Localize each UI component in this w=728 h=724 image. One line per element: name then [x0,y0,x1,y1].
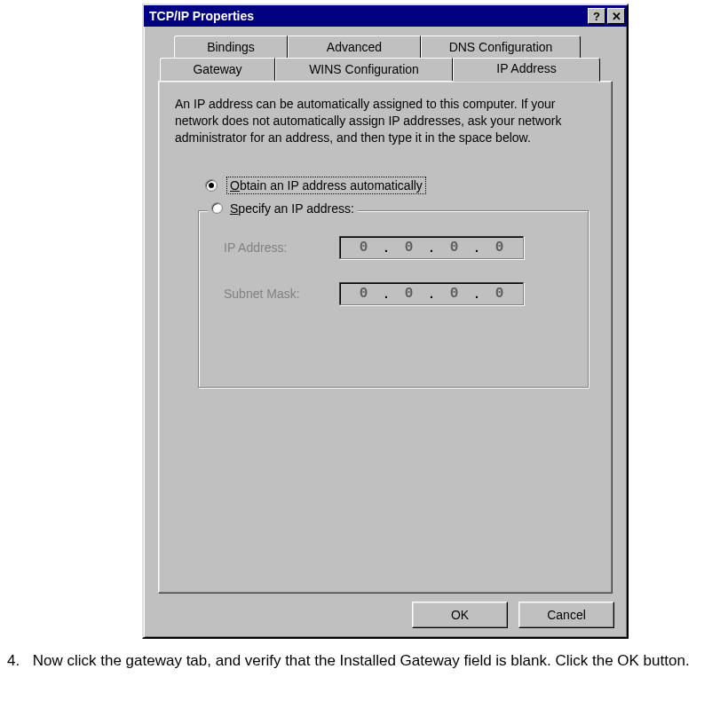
tab-dns-configuration[interactable]: DNS Configuration [421,35,581,59]
ok-button[interactable]: OK [412,602,508,628]
tab-wins-configuration[interactable]: WINS Configuration [275,58,453,81]
mask-seg-3: 0 [434,286,474,302]
description-text: An IP address can be automatically assig… [175,96,596,146]
radio-obtain-auto[interactable] [205,179,218,192]
radio-specify-ip[interactable] [211,202,223,214]
ip-address-row: IP Address: 0. 0. 0. 0 [224,236,570,259]
tab-bindings[interactable]: Bindings [174,35,288,59]
caption-number: 4. [7,648,28,675]
mask-seg-1: 0 [344,286,384,302]
tabs-row-2: Gateway WINS Configuration IP Address [147,58,623,81]
radio-obtain-auto-label: Obtain an IP address automatically [226,177,426,194]
mask-seg-2: 0 [389,286,429,302]
radio-dot-icon [209,183,214,188]
tabs-row-1: Bindings Advanced DNS Configuration [147,35,623,59]
tab-advanced[interactable]: Advanced [288,35,421,59]
subnet-mask-row: Subnet Mask: 0. 0. 0. 0 [224,282,570,305]
dialog-buttons: OK Cancel [412,602,614,628]
group-legend: Specify an IP address: [208,201,358,216]
tab-page-ip-address: An IP address can be automatically assig… [158,81,613,594]
radio-specify-ip-label: Specify an IP address: [230,201,354,216]
mask-seg-4: 0 [479,286,519,302]
instruction-caption: 4. Now click the gateway tab, and verify… [7,648,717,675]
tcpip-properties-window: TCP/IP Properties ? ✕ Bindings Advanced … [142,4,629,639]
close-icon: ✕ [612,11,621,22]
subnet-mask-input[interactable]: 0. 0. 0. 0 [339,282,524,305]
help-button[interactable]: ? [588,8,605,24]
ip-seg-1: 0 [344,240,384,256]
ip-address-label: IP Address: [224,240,339,255]
ip-seg-4: 0 [479,240,519,256]
titlebar: TCP/IP Properties ? ✕ [144,5,627,27]
cancel-button[interactable]: Cancel [518,602,614,628]
subnet-mask-label: Subnet Mask: [224,287,339,301]
question-icon: ? [593,11,600,22]
tab-gateway[interactable]: Gateway [160,58,275,81]
radio-obtain-auto-row: Obtain an IP address automatically [205,177,596,194]
specify-ip-group: Specify an IP address: IP Address: 0. 0.… [198,210,589,388]
caption-text: Now click the gateway tab, and verify th… [33,652,690,669]
client-area: Bindings Advanced DNS Configuration Gate… [144,27,627,599]
ip-seg-3: 0 [434,240,474,256]
ip-seg-2: 0 [389,240,429,256]
ip-address-input[interactable]: 0. 0. 0. 0 [339,236,524,259]
tab-ip-address[interactable]: IP Address [453,58,600,82]
window-title: TCP/IP Properties [146,9,586,23]
close-button[interactable]: ✕ [607,8,625,24]
